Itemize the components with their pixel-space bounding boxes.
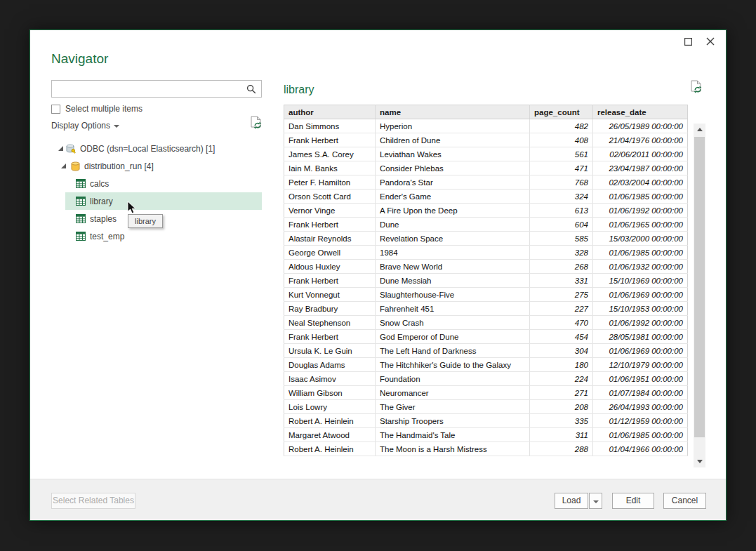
- cell-author: Peter F. Hamilton: [284, 175, 376, 190]
- cell-release_date: 01/06/1965 00:00:00: [593, 218, 688, 232]
- cell-name: Pandora's Star: [376, 175, 530, 190]
- tree-item-label: distribution_run [4]: [84, 161, 154, 171]
- tree-item-test-emp[interactable]: test_emp: [57, 227, 262, 245]
- cell-page_count: 304: [530, 344, 593, 358]
- cell-page_count: 271: [530, 386, 593, 400]
- scroll-up-icon[interactable]: [694, 124, 705, 135]
- scroll-down-icon[interactable]: [694, 456, 705, 467]
- cell-author: Kurt Vonnegut: [284, 288, 376, 302]
- cell-name: Brave New World: [376, 260, 530, 274]
- refresh-tree-icon[interactable]: [251, 116, 263, 132]
- cell-name: Dune Messiah: [376, 274, 530, 288]
- table-icon: [76, 179, 86, 188]
- cell-release_date: 01/06/1985 00:00:00: [593, 190, 688, 204]
- column-header-page_count: page_count: [530, 105, 593, 119]
- preview-title: library: [284, 84, 314, 96]
- vertical-scrollbar[interactable]: [694, 124, 705, 467]
- cell-page_count: 288: [530, 442, 593, 456]
- cell-release_date: 01/06/1932 00:00:00: [593, 260, 688, 274]
- edit-button[interactable]: Edit: [612, 493, 654, 509]
- cell-release_date: 02/03/2004 00:00:00: [593, 175, 688, 190]
- cell-release_date: 01/06/1951 00:00:00: [593, 372, 688, 386]
- tree-item-odbc-dsn-local-elasticsearch-1[interactable]: ODBC (dsn=Local Elasticsearch) [1]: [57, 140, 262, 157]
- cell-release_date: 01/07/1984 00:00:00: [593, 386, 688, 400]
- select-multiple-checkbox[interactable]: [51, 105, 60, 114]
- cancel-button[interactable]: Cancel: [663, 493, 706, 509]
- search-input[interactable]: [52, 81, 241, 97]
- cell-author: Orson Scott Card: [284, 190, 376, 204]
- select-multiple-label: Select multiple items: [65, 104, 142, 114]
- cell-release_date: 01/04/1966 00:00:00: [593, 442, 688, 456]
- footer: Select Related Tables Load Edit Cancel: [30, 479, 726, 520]
- cell-author: Robert A. Heinlein: [284, 414, 376, 428]
- expand-toggle-icon[interactable]: [61, 164, 66, 168]
- table-row: Frank HerbertDune60401/06/1965 00:00:00: [284, 218, 688, 232]
- cell-author: William Gibson: [284, 386, 376, 400]
- cell-page_count: 331: [530, 274, 593, 288]
- table-row: James S.A. CoreyLeviathan Wakes56102/06/…: [284, 147, 688, 161]
- tree-item-body[interactable]: staples: [65, 210, 262, 227]
- tree: ODBC (dsn=Local Elasticsearch) [1]distri…: [57, 140, 262, 245]
- cell-name: The Giver: [376, 400, 530, 414]
- table-row: Ursula K. Le GuinThe Left Hand of Darkne…: [284, 344, 688, 358]
- navigator-dialog: Navigator Select multiple items Display …: [29, 29, 727, 521]
- cell-page_count: 471: [530, 161, 593, 175]
- table-icon: [76, 214, 86, 223]
- tree-item-body[interactable]: library: [65, 192, 262, 210]
- tree-item-body[interactable]: ODBC (dsn=Local Elasticsearch) [1]: [65, 140, 262, 157]
- close-button[interactable]: [705, 36, 716, 47]
- cell-page_count: 408: [530, 133, 593, 147]
- cell-name: A Fire Upon the Deep: [376, 204, 530, 218]
- search-icon[interactable]: [241, 81, 261, 97]
- cell-release_date: 15/03/2000 00:00:00: [593, 232, 688, 246]
- cell-name: Neuromancer: [376, 386, 530, 400]
- cell-page_count: 604: [530, 218, 593, 232]
- table-row: Frank HerbertGod Emperor of Dune45428/05…: [284, 330, 688, 344]
- tree-item-body[interactable]: calcs: [65, 175, 262, 192]
- load-dropdown-button[interactable]: [589, 493, 602, 509]
- select-multiple-items[interactable]: Select multiple items: [51, 104, 142, 114]
- table-row: Robert A. HeinleinStarship Troopers33501…: [284, 414, 688, 428]
- load-button[interactable]: Load: [555, 493, 588, 509]
- cell-name: Fahrenheit 451: [376, 302, 530, 316]
- table-row: Alastair ReynoldsRevelation Space58515/0…: [284, 232, 688, 246]
- cursor-pointer: [127, 201, 136, 217]
- desktop-background: { "colors": { "accent": "#217346", "sele…: [0, 0, 756, 551]
- cell-page_count: 613: [530, 204, 593, 218]
- cell-name: Leviathan Wakes: [376, 147, 530, 161]
- refresh-preview-icon[interactable]: [691, 80, 703, 96]
- tree-item-distribution-run-4[interactable]: distribution_run [4]: [57, 157, 262, 175]
- cell-page_count: 768: [530, 175, 593, 190]
- cell-name: Revelation Space: [376, 232, 530, 246]
- table-row: Lois LowryThe Giver20826/04/1993 00:00:0…: [284, 400, 688, 414]
- cell-author: Iain M. Banks: [284, 161, 376, 175]
- cell-release_date: 12/10/1979 00:00:00: [593, 358, 688, 372]
- scrollbar-thumb[interactable]: [694, 137, 705, 437]
- display-options-dropdown[interactable]: Display Options: [51, 121, 119, 131]
- cell-author: Frank Herbert: [284, 274, 376, 288]
- tree-item-body[interactable]: distribution_run [4]: [65, 157, 262, 175]
- cell-release_date: 01/06/1992 00:00:00: [593, 204, 688, 218]
- cell-release_date: 02/06/2011 00:00:00: [593, 147, 688, 161]
- database-icon: [71, 161, 80, 171]
- cell-author: Ursula K. Le Guin: [284, 344, 376, 358]
- tree-item-library[interactable]: library: [57, 192, 262, 210]
- cell-author: Neal Stephenson: [284, 316, 376, 330]
- tree-item-label: calcs: [90, 179, 109, 189]
- column-header-release_date: release_date: [593, 105, 688, 119]
- expand-toggle-icon[interactable]: [58, 146, 63, 151]
- select-related-tables-button[interactable]: Select Related Tables: [51, 493, 135, 509]
- cell-author: Douglas Adams: [284, 358, 376, 372]
- cell-name: Starship Troopers: [376, 414, 530, 428]
- cell-author: Lois Lowry: [284, 400, 376, 414]
- tree-item-body[interactable]: test_emp: [65, 227, 262, 245]
- preview-table-header-row: authornamepage_countrelease_date: [284, 105, 688, 119]
- cell-author: Robert A. Heinlein: [284, 442, 376, 456]
- tree-item-label: ODBC (dsn=Local Elasticsearch) [1]: [80, 144, 215, 154]
- table-row: Dan SimmonsHyperion48226/05/1989 00:00:0…: [284, 119, 688, 133]
- cell-release_date: 01/12/1959 00:00:00: [593, 414, 688, 428]
- column-header-name: name: [376, 105, 530, 119]
- maximize-button[interactable]: [682, 36, 694, 47]
- cell-release_date: 01/06/1969 00:00:00: [593, 288, 688, 302]
- tree-item-calcs[interactable]: calcs: [57, 175, 262, 192]
